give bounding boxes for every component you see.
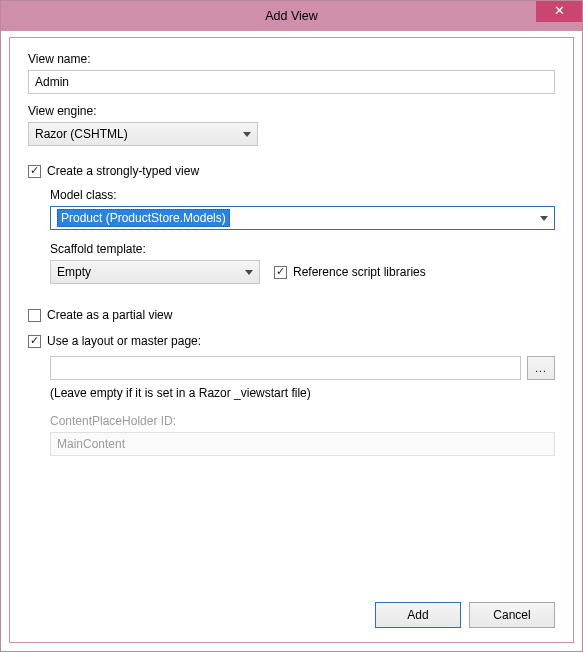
- strongly-typed-row: Create a strongly-typed view: [28, 164, 555, 178]
- model-class-label: Model class:: [50, 188, 555, 202]
- dialog-frame: View name: View engine: Razor (CSHTML) C…: [9, 37, 574, 643]
- model-class-select[interactable]: Product (ProductStore.Models): [50, 206, 555, 230]
- scaffold-value: Empty: [57, 265, 239, 279]
- partial-view-label: Create as a partial view: [47, 308, 172, 322]
- view-engine-label: View engine:: [28, 104, 555, 118]
- model-class-value: Product (ProductStore.Models): [57, 209, 230, 227]
- chevron-down-icon: [245, 270, 253, 275]
- chevron-down-icon: [243, 132, 251, 137]
- view-name-input[interactable]: [28, 70, 555, 94]
- view-engine-select[interactable]: Razor (CSHTML): [28, 122, 258, 146]
- chevron-down-icon: [540, 216, 548, 221]
- partial-view-checkbox[interactable]: [28, 309, 41, 322]
- strongly-typed-checkbox[interactable]: [28, 165, 41, 178]
- view-name-label: View name:: [28, 52, 555, 66]
- reference-scripts-label: Reference script libraries: [293, 265, 426, 279]
- scaffold-select[interactable]: Empty: [50, 260, 260, 284]
- placeholder-label: ContentPlaceHolder ID:: [50, 414, 555, 428]
- cancel-button[interactable]: Cancel: [469, 602, 555, 628]
- close-button[interactable]: ✕: [536, 1, 582, 22]
- use-layout-label: Use a layout or master page:: [47, 334, 201, 348]
- view-engine-value: Razor (CSHTML): [35, 127, 237, 141]
- reference-scripts-checkbox[interactable]: [274, 266, 287, 279]
- titlebar: Add View ✕: [1, 1, 582, 31]
- scaffold-label: Scaffold template:: [50, 242, 555, 256]
- browse-button[interactable]: ...: [527, 356, 555, 380]
- strongly-typed-label: Create a strongly-typed view: [47, 164, 199, 178]
- use-layout-row: Use a layout or master page:: [28, 334, 555, 348]
- partial-view-row: Create as a partial view: [28, 308, 555, 322]
- layout-path-input[interactable]: [50, 356, 521, 380]
- close-icon: ✕: [554, 3, 565, 18]
- dialog-window: Add View ✕ View name: View engine: Razor…: [0, 0, 583, 652]
- dialog-content: View name: View engine: Razor (CSHTML) C…: [10, 38, 573, 642]
- use-layout-checkbox[interactable]: [28, 335, 41, 348]
- dialog-title: Add View: [1, 9, 582, 23]
- add-button[interactable]: Add: [375, 602, 461, 628]
- layout-hint: (Leave empty if it is set in a Razor _vi…: [50, 386, 555, 400]
- placeholder-input: [50, 432, 555, 456]
- ellipsis-icon: ...: [535, 363, 546, 374]
- dialog-buttons: Add Cancel: [28, 588, 555, 628]
